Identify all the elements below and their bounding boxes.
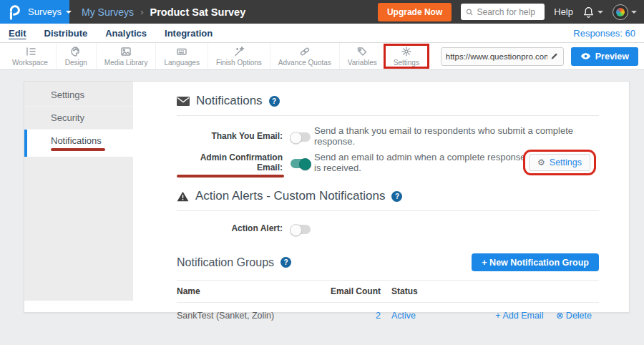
admin-confirmation-email-desc: Send an email to admin when a complete r… <box>314 152 529 173</box>
thank-you-email-label: Thank You Email: <box>177 131 283 141</box>
table-row: SankTest (Sanket, Zolin) 2 Active + Add … <box>177 303 599 328</box>
avatar-image <box>616 8 625 16</box>
tab-analytics[interactable]: Analytics <box>105 28 147 39</box>
edit-toolbar: Workspace Design Media Library Languages… <box>0 43 644 70</box>
col-header-status: Status <box>381 286 470 296</box>
chevron-down-icon <box>66 11 72 14</box>
questionpro-logo <box>7 4 21 20</box>
help-icon[interactable]: ? <box>280 257 291 268</box>
eye-icon <box>580 52 591 60</box>
logo-block[interactable]: Surveys <box>0 0 69 24</box>
notification-groups-title: Notification Groups <box>177 256 274 269</box>
notification-groups-section: Notification Groups ? + New Notification… <box>177 253 599 328</box>
toolbar-item-settings[interactable]: Settings <box>386 43 428 69</box>
top-bar: Surveys My Surveys › Product Sat Survey … <box>0 0 644 24</box>
col-header-name: Name <box>177 286 309 296</box>
delete-link[interactable]: ⊗ Delete <box>556 311 592 321</box>
admin-confirmation-email-toggle[interactable] <box>291 159 311 168</box>
divider <box>177 210 599 211</box>
action-alert-label: Action Alert: <box>177 223 283 233</box>
gear-icon: ⚙ <box>537 157 545 167</box>
settings-sidebar: Settings Security Notifications <box>24 82 133 301</box>
group-name-cell: SankTest (Sanket, Zolin) <box>177 311 309 321</box>
survey-url-field[interactable] <box>441 47 564 66</box>
divider <box>177 115 599 116</box>
chevron-down-icon <box>631 11 637 14</box>
avatar <box>613 4 628 20</box>
add-email-link[interactable]: + Add Email <box>495 311 543 321</box>
survey-nav: Edit Distribute Analytics Integration Re… <box>0 24 644 43</box>
annotation-red-underline-admin-email <box>177 175 284 178</box>
action-alert-rows: Action Alert: <box>177 220 599 236</box>
toolbar-item-workspace[interactable]: Workspace <box>4 43 57 69</box>
help-icon[interactable]: ? <box>269 96 280 107</box>
toolbar-item-media-library[interactable]: Media Library <box>97 43 157 69</box>
search-icon <box>466 8 473 16</box>
envelope-icon <box>177 97 190 106</box>
languages-icon <box>176 46 187 57</box>
page-title: Product Sat Survey <box>150 6 245 18</box>
notification-groups-table: Name Email Count Status SankTest (Sanket… <box>177 280 599 328</box>
admin-email-settings-wrap: ⚙ Settings <box>529 154 590 171</box>
email-count-link[interactable]: 2 <box>309 311 381 321</box>
settings-gear-icon <box>401 46 412 57</box>
new-notification-group-button[interactable]: + New Notification Group <box>472 253 599 271</box>
notification-toggle-rows: Thank You Email: Send a thank you email … <box>177 125 599 173</box>
action-alerts-title: Action Alerts - Custom Notifications <box>195 189 385 203</box>
status-link[interactable]: Active <box>381 311 470 321</box>
action-alert-row: Action Alert: <box>177 220 599 236</box>
surveys-menu-label: Surveys <box>28 6 62 17</box>
annotation-red-underline-notifications <box>51 148 105 151</box>
bell-icon <box>582 6 595 19</box>
advance-quotas-icon <box>299 46 311 57</box>
toolbar-item-design[interactable]: Design <box>57 43 97 69</box>
account-menu-button[interactable] <box>613 4 637 20</box>
admin-confirmation-email-row: Admin Confirmation Email: Send an email … <box>177 152 599 173</box>
breadcrumb-parent[interactable]: My Surveys <box>82 6 134 18</box>
sidebar-item-notifications[interactable]: Notifications <box>24 130 133 157</box>
survey-url-input[interactable] <box>446 52 547 61</box>
admin-email-settings-button[interactable]: ⚙ Settings <box>529 154 590 171</box>
topbar-right: Upgrade Now Help <box>378 3 644 21</box>
breadcrumb-separator: › <box>140 6 143 17</box>
upgrade-now-button[interactable]: Upgrade Now <box>378 3 452 21</box>
media-library-icon <box>120 46 132 57</box>
col-header-email-count: Email Count <box>309 286 381 296</box>
chevron-down-icon <box>597 11 603 14</box>
edit-pencil-icon[interactable] <box>550 52 559 61</box>
tab-distribute[interactable]: Distribute <box>44 28 88 39</box>
preview-button[interactable]: Preview <box>571 47 638 66</box>
finish-options-icon <box>233 46 245 57</box>
action-alerts-header: Action Alerts - Custom Notifications ? <box>177 189 599 203</box>
search-input[interactable] <box>477 7 540 17</box>
notifications-bell-button[interactable] <box>582 6 603 19</box>
toolbar-item-advance-quotas[interactable]: Advance Quotas <box>270 43 340 69</box>
design-icon <box>70 46 82 57</box>
admin-confirmation-email-label: Admin Confirmation Email: <box>177 152 283 172</box>
tab-integration[interactable]: Integration <box>165 28 213 39</box>
toolbar-item-finish-options[interactable]: Finish Options <box>208 43 270 69</box>
warning-triangle-icon <box>177 191 189 202</box>
action-alerts-section: Action Alerts - Custom Notifications ? A… <box>177 189 599 236</box>
toolbar-item-variables[interactable]: Variables <box>340 43 386 69</box>
tab-edit[interactable]: Edit <box>9 28 26 39</box>
sidebar-item-security[interactable]: Security <box>24 107 133 130</box>
help-search-box[interactable] <box>461 4 545 20</box>
responses-count-link[interactable]: Responses: 60 <box>573 28 635 39</box>
help-link[interactable]: Help <box>554 6 573 17</box>
table-header-row: Name Email Count Status <box>177 280 599 303</box>
sidebar-item-settings[interactable]: Settings <box>24 84 133 107</box>
settings-panel: Settings Security Notifications Notifica… <box>24 81 630 313</box>
toolbar-right: Preview <box>441 43 644 69</box>
notifications-section-header: Notifications ? <box>177 94 599 108</box>
surveys-menu[interactable]: Surveys <box>28 6 72 17</box>
help-icon[interactable]: ? <box>391 191 402 202</box>
notifications-section-title: Notifications <box>196 94 263 108</box>
toolbar-item-languages[interactable]: Languages <box>156 43 208 69</box>
breadcrumb: My Surveys › Product Sat Survey <box>82 6 245 18</box>
action-alert-toggle[interactable] <box>291 225 311 234</box>
workspace-icon <box>24 46 36 57</box>
variables-icon <box>356 46 368 57</box>
thank-you-email-toggle[interactable] <box>291 132 311 142</box>
thank-you-email-desc: Send a thank you email to respondents wh… <box>314 125 599 147</box>
